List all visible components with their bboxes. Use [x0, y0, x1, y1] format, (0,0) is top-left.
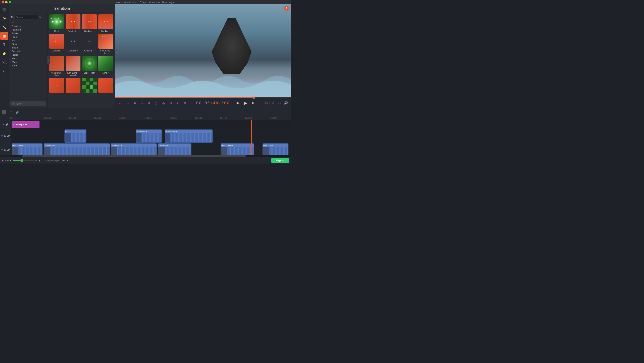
transition-lens-center[interactable]: Lens – from center	[82, 56, 97, 76]
transition-lens[interactable]: Lens ↗	[98, 56, 113, 76]
scale-end-icon: ⊞	[38, 159, 40, 162]
delete-button[interactable]: 🗑	[132, 100, 138, 106]
tool-effects[interactable]: ⭐	[0, 49, 8, 57]
category-zoom[interactable]: Zoom	[9, 64, 48, 67]
add-track-button[interactable]: +	[2, 110, 6, 114]
category-wipe[interactable]: Wipe	[9, 60, 48, 64]
store-icon: 🛒	[12, 102, 15, 105]
close-button[interactable]	[2, 1, 4, 3]
transition-flash[interactable]: ✦ ✦ ✦ Flash	[49, 14, 64, 32]
clip-bdmv1[interactable]: BDMV1.mov	[12, 143, 42, 155]
help-button[interactable]: ?	[284, 6, 289, 11]
category-all[interactable]: All	[9, 21, 48, 24]
undo-button[interactable]: ↩	[117, 100, 124, 106]
title-clip[interactable]: T Journey to Ke	[12, 121, 40, 128]
search-icon: 🔍	[10, 16, 14, 19]
transition-gradient-l[interactable]: ✦ ✦ Gradient ←	[66, 14, 80, 32]
skip-forward-button[interactable]: ⏭	[250, 100, 257, 106]
video-track-2: Bl BDMV6.mov	[11, 129, 290, 143]
scale-icon: ⊞	[2, 159, 4, 162]
mic-button[interactable]: 🎙	[175, 100, 181, 106]
maximize-button[interactable]	[9, 1, 11, 3]
title-clip-icon: T	[13, 123, 14, 126]
transition-gradient-u[interactable]: ✦ ✦ Gradient ↑	[98, 14, 113, 32]
tool-magic[interactable]: ✨	[0, 14, 8, 22]
transition-kenburns-intense[interactable]: ✦✦✦ Ken Burns – intense	[98, 34, 113, 54]
video-track-1: BDMV1.mov BDMV2.mov	[11, 143, 290, 155]
category-ripple[interactable]: Ripple	[9, 53, 48, 57]
category-geometric[interactable]: Geometric	[9, 49, 48, 53]
collapse-panel-button[interactable]: ‹	[47, 56, 50, 64]
tool-motion[interactable]: ➤△	[0, 58, 8, 66]
clip-bdmv2[interactable]: BDMV2.mov	[44, 143, 110, 155]
close-search-icon[interactable]: ✕	[39, 15, 42, 19]
transition-gradient-d[interactable]: ✦ ✦ Gradient ↓	[49, 34, 64, 54]
timeline-section: + T 🔗 00:00:00 00:00:05 00:00:10 00:00:1…	[0, 108, 291, 164]
project-length-label: Project length:	[46, 159, 60, 162]
tl-link-tool[interactable]: 🔗	[14, 109, 20, 115]
category-blur[interactable]: Blur	[9, 39, 48, 42]
aspect-ratio-selector[interactable]: 16:9	[262, 101, 270, 105]
project-length-value: 01:15	[62, 159, 68, 162]
transition-gradient-dl[interactable]: ✦ ✦ Gradient ↙	[66, 34, 80, 54]
transition-gradient-r[interactable]: ✦ ✦ Gradient →	[82, 14, 97, 32]
export-button[interactable]: Export	[271, 158, 289, 163]
clip-bdmv6[interactable]: BDMV6.mov	[136, 129, 162, 143]
tool-transitions[interactable]: ▦	[0, 32, 8, 40]
tool-media[interactable]: 🎬	[0, 5, 8, 13]
clip-bdmv12[interactable]: BDMV12.mov	[165, 129, 212, 143]
bottom-controls: ⊞ Scale: ⊞ Project length: 01:15 Export	[0, 157, 291, 164]
category-circle[interactable]: Circle	[9, 42, 48, 46]
skip-back-button[interactable]: ⏮	[234, 100, 241, 106]
track-label-video2: 👁 🔉 🔗	[0, 129, 11, 143]
category-blocks[interactable]: Blocks	[9, 46, 48, 49]
brightness-button[interactable]: ◑	[160, 100, 167, 106]
tl-text-tool[interactable]: T	[8, 109, 14, 115]
scale-slider[interactable]	[13, 159, 37, 162]
store-button[interactable]: 🛒 Store	[10, 101, 46, 106]
category-fade[interactable]: Fade	[9, 35, 48, 39]
track-scroll-area[interactable]: T Journey to Ke Bl	[11, 120, 291, 155]
transition-kenburns-sharp[interactable]: Ken Burns – sharp	[49, 56, 64, 76]
fullscreen-button[interactable]: ⤢	[270, 100, 276, 106]
preview-progress-bar[interactable]	[115, 97, 291, 98]
play-button[interactable]: ▶	[242, 100, 249, 106]
category-artistic[interactable]: Artistic	[9, 31, 48, 35]
search-input[interactable]	[14, 15, 38, 19]
expand-button[interactable]: ⛶	[277, 100, 282, 106]
horizontal-scrollbar[interactable]	[11, 155, 291, 157]
category-featured[interactable]: Featured	[9, 28, 48, 31]
transition-gradient-ur[interactable]: ✦ ✦ Gradient ↗	[82, 34, 97, 54]
minimize-button[interactable]	[5, 1, 8, 3]
transition-more3[interactable]	[98, 78, 113, 93]
clip-bdmv15[interactable]: BDMV15.mov	[220, 143, 254, 155]
clip-bdmv16[interactable]: BDMV16.m	[262, 143, 288, 155]
tool-edit[interactable]: ✏️	[0, 23, 8, 31]
tool-text[interactable]: T	[0, 41, 8, 49]
image-button[interactable]: 🖼	[168, 100, 174, 106]
clip-bdmv9[interactable]: BDMV9.mov	[158, 143, 192, 155]
audio-button[interactable]: ⊿	[189, 100, 196, 106]
transition-more1[interactable]: ✦✦	[49, 78, 64, 93]
volume-button[interactable]: 🔊	[283, 100, 289, 106]
timeline-toolbar: + T 🔗	[0, 108, 291, 116]
app-title: Movavi Video Editor – 7-Day Trial Versio…	[116, 1, 175, 3]
settings-button[interactable]: ⚙	[182, 100, 188, 106]
transition-more2[interactable]	[66, 78, 80, 93]
transitions-panel: Transitions 🔍 ✕ All Favorites Featured A…	[9, 4, 115, 108]
rotate-button[interactable]: ↺	[146, 100, 152, 106]
category-warp[interactable]: Warp	[9, 57, 48, 60]
tool-filter[interactable]: ≡	[0, 76, 8, 84]
transitions-grid: ✦ ✦ ✦ Flash ✦ ✦ Gradient ←	[48, 13, 115, 108]
redo-button[interactable]: ↪	[124, 100, 131, 106]
crop-button[interactable]: ⬚	[153, 100, 160, 106]
clip-bl[interactable]: Bl	[64, 129, 86, 143]
left-toolbar: 🎬 ✨ ✏️ ▦ T ⭐ ➤△ ⊙ ≡	[0, 4, 9, 108]
category-favorites[interactable]: Favorites	[9, 24, 48, 28]
search-bar: 🔍 ✕	[9, 14, 48, 20]
transition-kenburns-smooth[interactable]: Ken Burns – smooth	[66, 56, 80, 76]
clip-bdmv5[interactable]: BDMV5.mov	[111, 143, 157, 155]
tool-camera[interactable]: ⊙	[0, 67, 8, 75]
transition-mosaic[interactable]	[82, 78, 97, 93]
cut-button[interactable]: ✂	[139, 100, 145, 106]
